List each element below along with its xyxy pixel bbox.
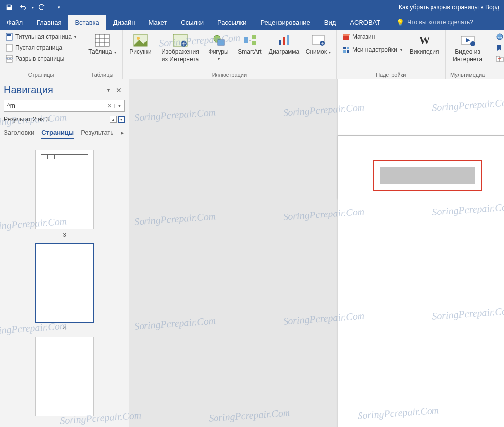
svg-rect-28 [347, 50, 349, 53]
redo-icon [38, 4, 45, 11]
workspace: Навигация ▼ ✕ ✕ ▼ Результат 2 из 3 ▲ ▼ З… [0, 79, 504, 427]
svg-rect-33 [500, 57, 503, 62]
chevron-down-icon: ▾ [218, 57, 220, 61]
nav-result-row: Результат 2 из 3 ▲ ▼ [4, 116, 125, 123]
svg-rect-19 [252, 41, 256, 45]
prev-result-button[interactable]: ▲ [110, 116, 117, 123]
svg-rect-27 [343, 50, 346, 53]
nav-thumbnails[interactable]: 3 4 [4, 143, 125, 422]
svg-point-12 [137, 37, 140, 40]
group-links: Гиперссылка Закладка Перекрестная ссылка… [490, 30, 504, 79]
svg-point-30 [470, 41, 475, 46]
group-tables-title: Таблицы [86, 71, 118, 78]
tell-me-search[interactable]: 💡 Что вы хотите сделать? [396, 15, 473, 30]
online-pictures-icon [172, 33, 189, 48]
clear-search-button[interactable]: ✕ [104, 103, 114, 109]
group-pages-title: Страницы [4, 71, 78, 78]
cover-page-label: Титульная страница [15, 33, 72, 40]
search-dropdown[interactable]: ▼ [114, 104, 124, 108]
next-result-button[interactable]: ▼ [118, 116, 125, 123]
hyperlink-icon [496, 33, 504, 41]
shapes-label: Фигуры [208, 48, 228, 55]
online-video-label-1: Видео из [455, 49, 480, 55]
store-button[interactable]: Магазин [341, 32, 404, 42]
online-video-button[interactable]: Видео из Интернета [450, 32, 486, 63]
tab-review[interactable]: Рецензирование [253, 15, 317, 30]
cover-page-button[interactable]: Титульная страница ▾ [4, 32, 78, 42]
nav-tab-pages[interactable]: Страницы [41, 127, 74, 139]
lightbulb-icon: 💡 [396, 19, 404, 26]
chevron-down-icon: ▾ [400, 48, 402, 52]
svg-rect-3 [6, 55, 12, 58]
group-illustrations-title: Иллюстрации [127, 71, 332, 78]
online-pictures-label-2: из Интернета [162, 56, 199, 63]
titlebar: ▾ ▾ Как убрать разрыв страницы в Ворд [0, 0, 504, 15]
svg-rect-2 [6, 44, 12, 51]
nav-tab-headings[interactable]: Заголовки [4, 127, 34, 139]
pictures-button[interactable]: Рисунки [127, 32, 154, 55]
tab-mailings[interactable]: Рассылки [211, 15, 253, 30]
redo-button[interactable] [35, 1, 48, 13]
wikipedia-icon: W [416, 33, 433, 48]
svg-rect-18 [252, 35, 256, 39]
page-break-label: Разрыв страницы [15, 55, 64, 62]
nav-title: Навигация [4, 84, 104, 96]
page-break-button[interactable]: Разрыв страницы [4, 54, 78, 64]
online-pictures-button[interactable]: Изображения из Интернета [158, 32, 202, 63]
undo-dropdown[interactable]: ▾ [32, 5, 34, 10]
svg-rect-26 [347, 47, 349, 49]
page-current[interactable] [338, 135, 504, 427]
tab-view[interactable]: Вид [317, 15, 343, 30]
addins-icon [342, 46, 350, 54]
tab-references[interactable]: Ссылки [174, 15, 211, 30]
online-video-label-2: Интернета [453, 56, 482, 63]
nav-tab-results[interactable]: Результаты [81, 127, 113, 139]
save-button[interactable] [3, 1, 16, 13]
svg-rect-4 [6, 60, 12, 62]
chevron-down-icon: ▾ [74, 35, 76, 39]
nav-dropdown[interactable]: ▼ [104, 86, 113, 95]
svg-point-31 [497, 34, 503, 40]
svg-rect-22 [287, 35, 289, 45]
screenshot-label: Снимок [306, 48, 327, 55]
chevron-down-icon: ▾ [328, 50, 331, 55]
online-pictures-label-1: Изображения [161, 49, 199, 55]
undo-button[interactable] [17, 1, 30, 13]
tab-home[interactable]: Главная [30, 15, 68, 30]
crossref-button[interactable]: Перекрестная ссылка [494, 54, 504, 64]
hyperlink-button[interactable]: Гиперссылка [494, 32, 504, 42]
screenshot-button[interactable]: Снимок ▾ [304, 32, 332, 55]
group-addins-title: Надстройки [341, 71, 441, 78]
bookmark-button[interactable]: Закладка [494, 43, 504, 53]
table-button[interactable]: Таблица ▾ [86, 32, 118, 55]
tell-me-label: Что вы хотите сделать? [407, 19, 473, 26]
table-icon [94, 33, 111, 48]
svg-rect-20 [279, 40, 281, 45]
chevron-down-icon: ▾ [113, 50, 116, 55]
thumbnail-page-5[interactable] [35, 337, 94, 416]
cover-page-icon [5, 33, 13, 41]
tab-design[interactable]: Дизайн [106, 15, 142, 30]
blank-page-button[interactable]: Пустая страница [4, 43, 78, 53]
qat-customize[interactable]: ▾ [52, 1, 65, 13]
thumbnail-page-4[interactable]: 4 [35, 243, 94, 323]
tab-file[interactable]: Файл [0, 15, 30, 30]
my-addins-button[interactable]: Мои надстройки ▾ [341, 45, 404, 55]
tab-acrobat[interactable]: ACROBAT [343, 15, 387, 30]
document-area[interactable] [129, 79, 504, 427]
chart-button[interactable]: Диаграмма [268, 32, 300, 55]
thumb-table-icon [41, 154, 88, 159]
tab-layout[interactable]: Макет [142, 15, 174, 30]
nav-close-button[interactable]: ✕ [113, 86, 125, 94]
nav-tab-more[interactable]: ▶ [120, 129, 125, 137]
wikipedia-button[interactable]: W Википедия [408, 32, 441, 55]
smartart-icon [241, 33, 258, 48]
group-pages: Титульная страница ▾ Пустая страница Раз… [0, 30, 82, 79]
my-addins-label: Мои надстройки [352, 46, 397, 53]
tab-insert[interactable]: Вставка [68, 15, 106, 30]
smartart-button[interactable]: SmartArt [236, 32, 264, 55]
page-break-selection[interactable] [380, 167, 475, 184]
shapes-button[interactable]: Фигуры ▾ [206, 32, 232, 62]
thumbnail-page-3[interactable]: 3 [35, 150, 94, 229]
nav-search-input[interactable] [4, 102, 104, 109]
